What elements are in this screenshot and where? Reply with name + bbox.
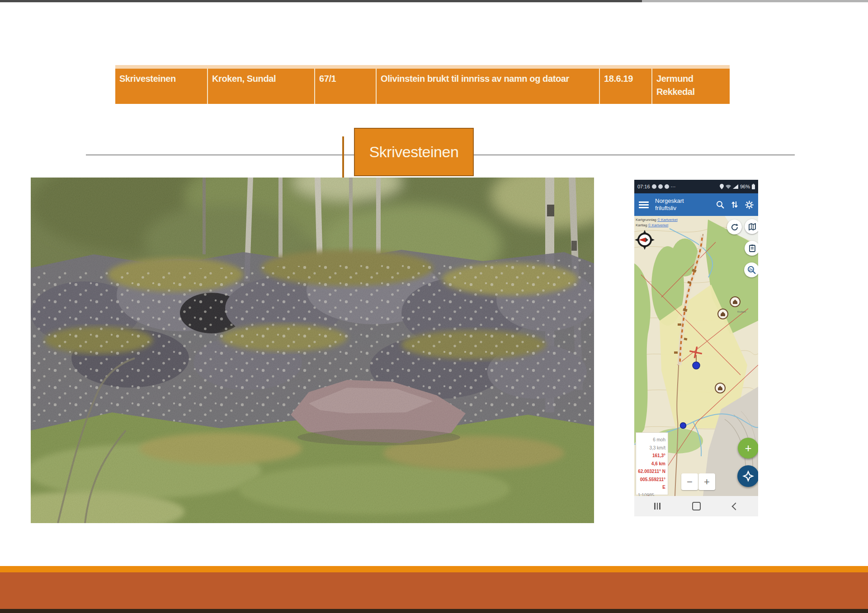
- record-table: Skrivesteinen Kroken, Sundal 67/1 Olivin…: [115, 69, 730, 104]
- speed-value: 3,3 km/t: [636, 444, 665, 452]
- hut-icon: [718, 309, 728, 319]
- footer-accent-stripe: [0, 566, 868, 572]
- compass-rose-icon: [634, 229, 655, 250]
- footer-bottom-edge: [0, 609, 868, 613]
- add-waypoint-fab[interactable]: +: [738, 438, 758, 459]
- back-icon[interactable]: [732, 502, 740, 510]
- notification-icon: [658, 184, 663, 189]
- gps-info-panel: 6 moh 3,3 km/t 161,3° 4,6 km 62.003211° …: [636, 432, 668, 495]
- phone-app-bar: Norgeskart friluftsliv: [634, 193, 758, 216]
- window-top-edge-right: [642, 0, 868, 2]
- signal-icon: [733, 184, 738, 189]
- home-icon[interactable]: [692, 502, 701, 510]
- wifi-icon: [726, 184, 731, 189]
- recents-icon[interactable]: [654, 503, 660, 510]
- map-attribution: Kartgrunnlag © Kartverket Kartlag © Kart…: [636, 217, 678, 228]
- more-notifications-icon: ⋯: [671, 184, 676, 190]
- table-cell-place: Kroken, Sundal: [208, 69, 315, 104]
- android-nav-bar: [634, 496, 758, 516]
- gear-icon[interactable]: [745, 201, 754, 209]
- hut-icon: [715, 383, 725, 393]
- hut-icon: [730, 297, 740, 307]
- position-dot: [693, 362, 700, 369]
- position-dot: [680, 423, 686, 429]
- attribution-label: Kartlag: [636, 223, 647, 227]
- callout-title-box: Skrivesteinen: [354, 128, 474, 176]
- table-cell-date: 18.6.19: [600, 69, 652, 104]
- distance-value: 4,6 km: [636, 460, 665, 468]
- map-scale-value: 1:10985: [636, 491, 665, 496]
- search-icon[interactable]: [716, 201, 724, 209]
- table-cell-parcel: 67/1: [315, 69, 377, 104]
- my-location-fab[interactable]: [737, 465, 758, 487]
- landscape-photo: [31, 178, 594, 523]
- zoom-out-button[interactable]: −: [681, 473, 698, 490]
- battery-percent: 96%: [740, 184, 750, 189]
- compass-diamond-icon: [742, 470, 754, 482]
- attribution-link[interactable]: © Kartverket: [648, 223, 669, 227]
- app-title-line2: friluftsliv: [655, 205, 676, 211]
- place-label: Kroken: [737, 310, 746, 313]
- notification-icon: [652, 184, 656, 189]
- status-time: 07:16: [637, 184, 650, 189]
- callout-title: Skrivesteinen: [369, 143, 459, 161]
- map-layers-button[interactable]: [745, 219, 758, 234]
- notification-icon: [665, 184, 669, 189]
- swap-vertical-icon[interactable]: [731, 201, 738, 209]
- zoom-2x-button[interactable]: 2x: [744, 262, 758, 277]
- attribution-label: Kartgrunnlag: [636, 218, 656, 222]
- app-title-line1: Norgeskart: [655, 197, 684, 204]
- attribution-link[interactable]: © Kartverket: [657, 218, 678, 222]
- table-cell-description: Olivinstein brukt til innriss av namn og…: [377, 69, 600, 104]
- footer-bar: [0, 572, 868, 609]
- map-canvas[interactable]: Kroken Kartgrunnlag © Kartverket Kartlag…: [634, 216, 758, 496]
- window-top-edge: [0, 0, 642, 2]
- phone-status-bar: 07:16 ⋯ 96%: [634, 180, 758, 193]
- zoom-in-button[interactable]: +: [698, 473, 715, 490]
- hamburger-menu-icon[interactable]: [639, 200, 649, 210]
- latitude-value: 62.003211° N: [636, 468, 665, 476]
- zoom-badge: 2x: [749, 268, 753, 271]
- table-top-highlight: [115, 65, 730, 69]
- battery-icon: [752, 184, 755, 189]
- elevation-value: 6 moh: [636, 436, 665, 444]
- location-pin-icon: [720, 184, 724, 189]
- table-cell-recorder: Jermund Rekkedal: [652, 69, 730, 104]
- table-cell-name: Skrivesteinen: [115, 69, 208, 104]
- sync-track-button[interactable]: [727, 220, 742, 234]
- bearing-value: 161,3°: [636, 452, 665, 460]
- longitude-value: 005.559211° E: [636, 476, 665, 491]
- clipboard-button[interactable]: [745, 241, 758, 256]
- app-title: Norgeskart friluftsliv: [655, 197, 716, 212]
- phone-screenshot: 07:16 ⋯ 96% Norgeskart friluftsliv: [634, 180, 758, 516]
